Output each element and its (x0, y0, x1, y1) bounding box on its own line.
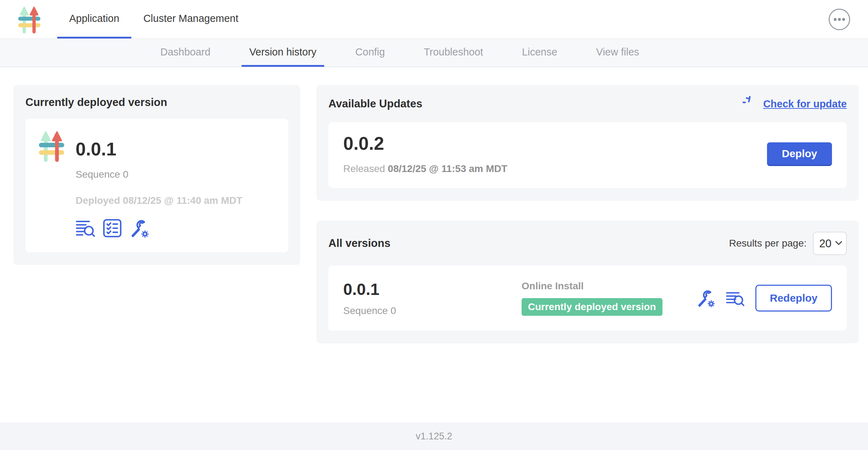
currently-deployed-card: Currently deployed version 0.0.1 Sequenc… (13, 85, 300, 265)
version-row-actions: Redeploy (696, 285, 832, 312)
deployed-version-number: 0.0.1 (76, 138, 242, 160)
deployed-version-details: 0.0.1 Sequence 0 Deployed 08/12/25 @ 11:… (76, 129, 242, 238)
available-updates-title: Available Updates (328, 97, 422, 110)
released-label: Released (343, 163, 385, 174)
update-version-number: 0.0.2 (343, 133, 507, 154)
primary-nav: Application Cluster Management (57, 0, 250, 39)
ellipsis-circle-icon (828, 8, 851, 31)
update-released-line: Released 08/12/25 @ 11:53 am MDT (343, 163, 507, 174)
kots-version-label: v1.125.2 (416, 431, 452, 442)
check-for-update-label: Check for update (763, 98, 847, 110)
app-subnav: Dashboard Version history Config Trouble… (0, 39, 868, 67)
deployed-timestamp: Deployed 08/12/25 @ 11:40 am MDT (76, 195, 242, 206)
currently-deployed-badge: Currently deployed version (522, 298, 662, 316)
available-update-row: 0.0.2 Released 08/12/25 @ 11:53 am MDT D… (328, 122, 847, 188)
tab-view-files[interactable]: View files (588, 39, 647, 67)
available-updates-card: Available Updates Check for update 0.0.2… (316, 85, 859, 201)
deployed-version-card: 0.0.1 Sequence 0 Deployed 08/12/25 @ 11:… (25, 119, 288, 252)
version-sequence: Sequence 0 (343, 305, 522, 316)
app-logo (18, 5, 41, 34)
release-notes-diff-icon[interactable] (76, 219, 95, 237)
all-versions-title: All versions (328, 237, 391, 250)
version-row: 0.0.1 Sequence 0 Online Install Currentl… (328, 266, 847, 331)
all-versions-card: All versions Results per page: 20 0 (316, 220, 859, 343)
edit-config-icon[interactable] (129, 218, 149, 238)
redeploy-button[interactable]: Redeploy (755, 285, 832, 312)
edit-config-icon[interactable] (696, 289, 715, 308)
app-logo-icon (18, 5, 41, 34)
results-per-page-label: Results per page: (729, 238, 807, 249)
refresh-icon (743, 96, 758, 112)
tab-application[interactable]: Application (57, 0, 131, 39)
deployed-sequence: Sequence 0 (76, 169, 242, 180)
results-per-page: Results per page: 20 (729, 232, 847, 255)
preflight-checks-icon[interactable] (102, 218, 122, 238)
install-type-label: Online Install (522, 280, 696, 292)
app-footer: v1.125.2 (0, 422, 868, 450)
release-notes-diff-icon[interactable] (726, 290, 745, 307)
currently-deployed-title: Currently deployed version (25, 96, 288, 109)
overflow-menu-button[interactable] (828, 8, 851, 31)
tab-license[interactable]: License (514, 39, 565, 67)
deploy-button[interactable]: Deploy (767, 142, 832, 165)
results-per-page-select[interactable]: 20 (813, 232, 847, 255)
deployed-actions (76, 218, 242, 238)
tab-troubleshoot[interactable]: Troubleshoot (416, 39, 491, 67)
tab-dashboard[interactable]: Dashboard (153, 39, 218, 67)
released-date: 08/12/25 @ 11:53 am MDT (388, 163, 507, 174)
update-details: 0.0.2 Released 08/12/25 @ 11:53 am MDT (343, 133, 507, 174)
tab-version-history[interactable]: Version history (242, 39, 324, 67)
version-number: 0.0.1 (343, 280, 522, 299)
right-column: Available Updates Check for update 0.0.2… (316, 85, 859, 343)
version-row-status: Online Install Currently deployed versio… (522, 280, 696, 316)
app-logo-icon (38, 129, 65, 162)
check-for-update-link[interactable]: Check for update (743, 96, 847, 112)
tab-config[interactable]: Config (347, 39, 393, 67)
version-history-page: Currently deployed version 0.0.1 Sequenc… (0, 67, 868, 422)
app-logo-small (38, 129, 65, 164)
app-header: Application Cluster Management (0, 0, 868, 39)
version-row-version: 0.0.1 Sequence 0 (343, 280, 522, 316)
tab-cluster-management[interactable]: Cluster Management (131, 0, 250, 39)
